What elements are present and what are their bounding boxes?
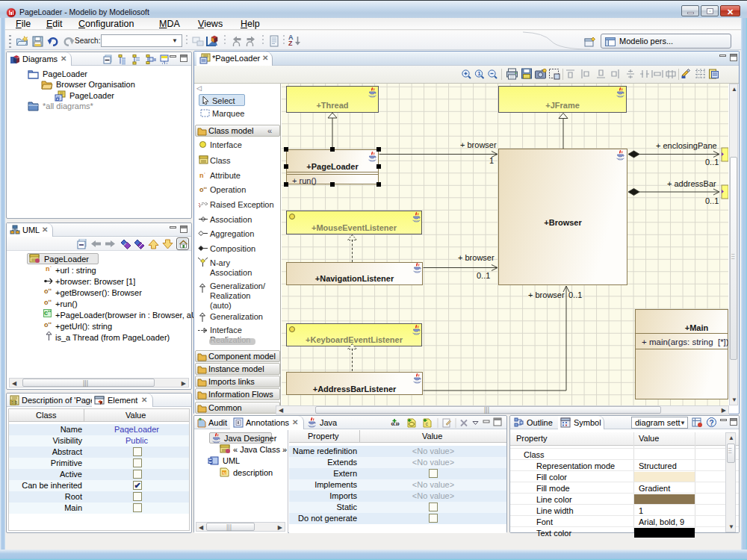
svg-text:BIB: BIB [11, 400, 18, 405]
svg-text:N: N [223, 471, 226, 476]
svg-text:1: 1 [477, 70, 481, 77]
svg-text:c: c [426, 421, 429, 426]
